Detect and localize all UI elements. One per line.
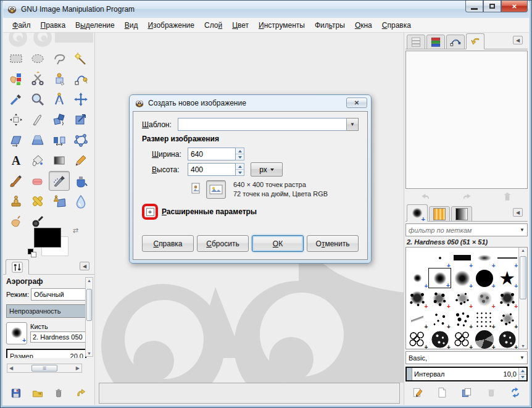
menu-3[interactable]: Вид [120,19,143,31]
undo-history-list[interactable] [405,51,528,189]
brush-swirl[interactable]: + [473,329,496,349]
brush-soft-small[interactable]: + [406,268,428,288]
tab-gradients[interactable] [451,206,472,222]
dialog-title-bar[interactable]: Создать новое изображение ✕ [130,95,371,111]
brush-star[interactable]: ★+ [496,268,518,288]
delete-options-button[interactable] [51,386,66,401]
swap-colors-icon[interactable]: ⇄ [73,227,78,235]
unit-dropdown-button[interactable]: px [251,162,283,177]
close-button[interactable]: ✕ [501,1,528,12]
size-slider[interactable]: Размер 20,0 [6,349,86,358]
tool-foreground-select[interactable] [49,69,70,89]
menu-4[interactable]: Изображение [143,19,199,31]
brush-circle-solid[interactable]: + [473,268,496,288]
foreground-color-swatch[interactable] [34,228,61,248]
refresh-brushes-button[interactable] [508,385,523,400]
tool-fuzzy-select[interactable] [70,49,91,69]
tool-zoom[interactable] [27,90,48,109]
save-options-button[interactable] [9,386,23,401]
tool-eraser[interactable] [27,171,48,191]
scroll-left-icon[interactable]: ◀ [7,365,15,371]
template-dropdown-button[interactable]: ▼ [347,118,359,131]
tool-ellipse-select[interactable] [27,49,48,69]
tool-measure[interactable] [49,90,70,109]
tool-free-select[interactable] [49,49,70,69]
dialog-close-button[interactable]: ✕ [346,98,367,108]
advanced-options-label[interactable]: Расширенные параметры [162,207,257,216]
collapse-left-dock-button[interactable]: ◀ [80,262,89,270]
brush-oval-texture[interactable]: + [496,329,518,349]
brush-pebbles-2[interactable]: + [451,329,473,349]
brush-dots-mixed[interactable]: + [451,309,473,329]
reset-button[interactable]: Сбросить [197,235,249,252]
chevron-down-icon[interactable]: ▼ [517,227,527,233]
restore-options-button[interactable] [30,386,45,401]
brush-block[interactable]: + [451,248,473,268]
brush-group-combo[interactable]: Basic, ▼ [405,351,528,364]
tool-rotate[interactable] [49,110,70,130]
tool-smudge[interactable] [6,212,27,231]
width-input[interactable]: 640 [188,148,236,160]
portrait-orientation-button[interactable] [189,180,202,196]
tool-perspective[interactable] [27,130,48,150]
menu-0[interactable]: Файл [8,19,35,31]
tool-airbrush[interactable] [49,171,70,191]
template-combo[interactable] [178,118,347,131]
tab-layers[interactable] [407,35,425,49]
width-spinner[interactable] [236,148,244,160]
menu-2[interactable]: Выделение [71,19,119,31]
tool-rectangle-select[interactable] [6,49,27,69]
height-spinner[interactable] [236,163,244,176]
tool-paintbrush[interactable] [6,171,27,191]
new-brush-button[interactable] [434,385,449,400]
brush-soft-large[interactable]: + [451,268,473,288]
scrollbar-thumb[interactable] [520,256,526,299]
clear-history-button[interactable] [500,189,515,204]
brush-splatter-2[interactable]: + [428,288,451,309]
edit-brush-button[interactable] [410,385,425,400]
brush-soft-ellipse[interactable]: + [473,248,496,268]
scroll-right-icon[interactable]: ▶ [74,365,81,371]
scrollbar-thumb[interactable] [86,289,92,321]
redo-button[interactable] [459,189,474,204]
menu-6[interactable]: Цвет [228,19,253,31]
brush-pebbles[interactable]: + [406,329,428,349]
brush-name-value[interactable]: 2. Hardness 050 [30,331,86,343]
duplicate-brush-button[interactable] [459,385,474,400]
scroll-down-icon[interactable]: ▼ [86,351,93,356]
minimize-button[interactable] [465,1,483,12]
tab-undo-history[interactable] [466,33,484,49]
menu-10[interactable]: Справка [378,19,415,31]
tab-tool-options[interactable] [6,259,29,275]
tool-scissors-select[interactable] [27,69,48,89]
menu-5[interactable]: Слой [200,19,227,31]
menu-9[interactable]: Окна [351,19,376,31]
tool-pencil[interactable] [70,151,91,170]
brush-splatter-3[interactable]: + [451,288,473,309]
tool-blur-sharpen[interactable] [70,191,91,211]
brush-preview-button[interactable]: + [6,322,27,344]
tool-options-horizontal-scrollbar[interactable]: ◀ ☰ ▶ [7,364,82,373]
mode-select[interactable]: Обычный [31,288,86,301]
chevron-down-icon[interactable]: ▼ [517,355,527,360]
tab-channels[interactable] [426,35,445,49]
opacity-slider[interactable]: Непрозрачность [6,304,86,318]
tag-filter-input[interactable] [406,227,517,234]
collapse-right-dock-button[interactable]: ◀ [513,36,523,44]
tool-color-picker[interactable] [6,90,27,109]
scroll-up-icon[interactable]: ▲ [519,248,527,252]
tool-select-by-color[interactable] [6,69,27,89]
tool-align[interactable] [6,110,27,130]
tool-heal[interactable] [27,191,48,211]
brush-web[interactable]: + [496,309,518,329]
menu-1[interactable]: Правка [36,19,70,31]
cancel-button[interactable]: Отменить [307,235,359,252]
brush-thin-line[interactable]: + [496,248,518,268]
brush-hardness-050[interactable]: + [428,268,451,288]
color-selector[interactable]: ⇄ [30,228,73,262]
tool-paths[interactable] [70,69,91,89]
tool-text[interactable]: A [6,151,27,170]
spacing-spinner[interactable] [518,368,526,380]
tool-scale[interactable] [70,110,91,130]
brush-splatter-1[interactable]: + [406,288,428,309]
